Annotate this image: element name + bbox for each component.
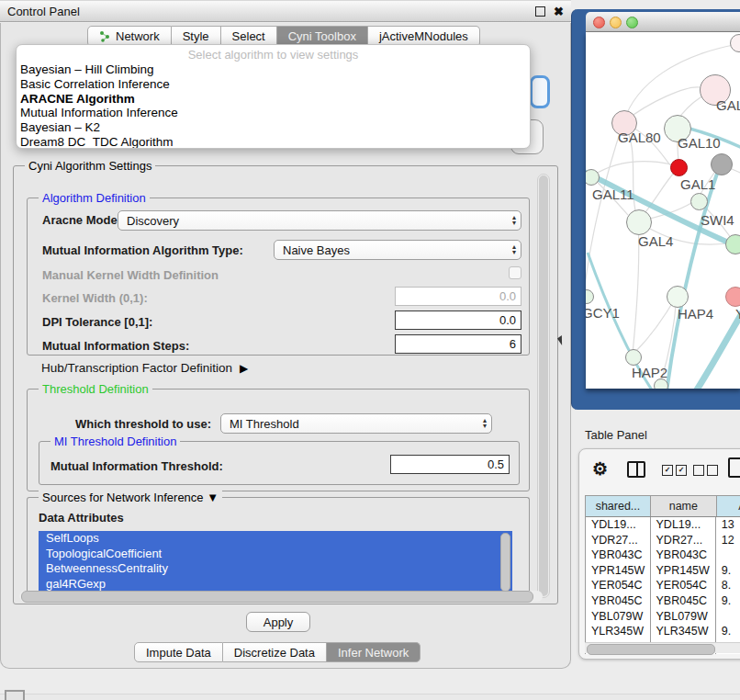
table-panel-window: ⚙ ✓✓ shared... name A YDL19...YDL19...13… (578, 448, 740, 660)
dpi-tolerance-field[interactable]: 0.0 (395, 310, 521, 330)
new-table-icon[interactable] (728, 457, 740, 478)
table-row[interactable]: YLR345WYLR345W9. (586, 624, 740, 639)
kernel-width-label: Kernel Width (0,1): (42, 291, 148, 305)
network-view-window: GAL GAL80 GAL10 GAL11 GAL1 SWI4 GAL4 GCY… (571, 9, 740, 410)
attributes-list-scrollbar[interactable] (500, 533, 510, 592)
network-node-gal4[interactable] (626, 209, 652, 235)
table-header-row: shared... name A (586, 496, 740, 517)
network-node-salmon[interactable] (725, 287, 740, 307)
close-window-icon[interactable] (593, 17, 605, 28)
hub-definition-expander[interactable]: Hub/Transcription Factor Definition▶ (41, 361, 248, 375)
table-row[interactable]: YBL079WYBL079W (586, 609, 740, 625)
table-row[interactable]: YER054CYER054C8. (586, 578, 740, 593)
table-horizontal-scrollbar[interactable] (585, 642, 740, 653)
combo-arrows-icon: ▴▾ (512, 244, 516, 255)
table-row[interactable]: YBR043CYBR043C (586, 548, 740, 563)
bottom-left-partial-button[interactable] (5, 690, 25, 700)
dropdown-item-mutual-information[interactable]: Mutual Information Inference (17, 106, 530, 120)
table-row[interactable]: YDL19...YDL19...13 (586, 517, 740, 533)
network-canvas[interactable]: GAL GAL80 GAL10 GAL11 GAL1 SWI4 GAL4 GCY… (586, 32, 740, 389)
tab-infer-network[interactable]: Infer Network (327, 642, 420, 662)
column-header-shared-name[interactable]: shared... (586, 496, 651, 516)
algorithm-definition-group: Algorithm Definition Aracne Mode: Discov… (27, 198, 530, 356)
scrollbar-thumb[interactable] (587, 644, 715, 655)
network-window-titlebar[interactable] (586, 12, 740, 32)
combo-arrows-icon: ▴▾ (483, 418, 487, 429)
dpi-tolerance-label: DPI Tolerance [0,1]: (42, 315, 152, 329)
threshold-definition-legend: Threshold Definition (39, 382, 152, 396)
apply-button[interactable]: Apply (246, 612, 310, 632)
aracne-mode-combobox[interactable]: Discovery ▴▾ (118, 210, 521, 231)
scrollbar-thumb[interactable] (21, 591, 533, 603)
table-panel-title: Table Panel (585, 428, 647, 442)
select-all-icon[interactable]: ✓✓ (662, 465, 687, 476)
table-row[interactable]: YPR145WYPR145W9. (586, 563, 740, 579)
network-node-partial-bottom[interactable] (654, 378, 668, 389)
mi-threshold-field[interactable]: 0.5 (390, 455, 510, 474)
close-panel-icon[interactable]: ✖ (554, 1, 564, 23)
node-label: GAL80 (618, 130, 661, 145)
table-row[interactable]: YDR27...YDR27...12 (586, 533, 740, 548)
mi-algorithm-type-label: Mutual Information Algorithm Type: (42, 243, 243, 257)
network-node-gray[interactable] (711, 153, 733, 175)
which-threshold-combobox[interactable]: MI Threshold ▴▾ (220, 413, 492, 434)
node-label: GAL4 (638, 233, 673, 249)
columns-icon[interactable] (627, 461, 645, 478)
algorithm-definition-legend: Algorithm Definition (39, 191, 150, 205)
tab-impute-data[interactable]: Impute Data (134, 642, 223, 662)
deselect-all-icon[interactable] (693, 465, 718, 476)
which-threshold-label: Which threshold to use: (75, 417, 211, 431)
node-label: Y (735, 306, 740, 322)
zoom-window-icon[interactable] (626, 17, 638, 28)
data-attributes-list: SelfLoops TopologicalCoefficient Between… (39, 531, 512, 595)
mi-algorithm-type-combobox[interactable]: Naive Bayes ▴▾ (274, 240, 521, 260)
gear-icon[interactable]: ⚙ (592, 458, 608, 480)
hidden-focused-combobox[interactable] (530, 75, 550, 108)
attribute-item-betweennesscentrality[interactable]: BetweennessCentrality (39, 561, 512, 577)
table-row[interactable]: YBR045CYBR045C9. (586, 593, 740, 609)
kernel-width-field[interactable]: 0.0 (395, 287, 521, 306)
network-node-hap2[interactable] (625, 349, 642, 366)
node-label: GAL10 (678, 135, 721, 151)
network-node-hap4[interactable] (667, 286, 689, 308)
column-header-partial[interactable]: A (717, 496, 740, 516)
desktop: { "colors": { "selection_blue": "#3E6BD1… (0, 0, 740, 700)
control-panel-titlebar[interactable]: Control Panel ✖ (0, 0, 571, 22)
mi-threshold-definition-group: MI Threshold Definition Mutual Informati… (39, 441, 520, 485)
control-panel-title: Control Panel (7, 1, 80, 23)
threshold-definition-group: Threshold Definition Which threshold to … (27, 389, 530, 491)
minimize-window-icon[interactable] (610, 17, 622, 28)
bottom-strip (0, 694, 740, 700)
node-label: GAL1 (680, 176, 715, 192)
settings-horizontal-scrollbar[interactable] (19, 591, 543, 602)
node-attribute-table: shared... name A YDL19...YDL19...13 YDR2… (585, 495, 740, 654)
attribute-item-topologicalcoefficient[interactable]: TopologicalCoefficient (39, 547, 512, 562)
collapse-down-icon: ▼ (207, 491, 219, 504)
node-label: HAP4 (678, 306, 713, 322)
network-node-gal1[interactable] (690, 193, 708, 210)
network-icon (99, 30, 111, 42)
dropdown-item-bayesian-k2[interactable]: Bayesian – K2 (17, 120, 530, 135)
sources-legend[interactable]: Sources for Network Inference ▼ (39, 491, 222, 504)
dropdown-item-dream8[interactable]: Dream8 DC_TDC Algorithm (17, 135, 530, 149)
column-header-name[interactable]: name (651, 496, 717, 516)
attribute-item-selfloops[interactable]: SelfLoops (39, 531, 512, 547)
network-node-swi4[interactable] (725, 234, 740, 254)
dropdown-item-bayesian-hill-climbing[interactable]: Bayesian – Hill Climbing (17, 62, 530, 77)
dropdown-item-aracne[interactable]: ARACNE Algorithm (17, 92, 530, 107)
expand-right-icon: ▶ (240, 362, 248, 375)
settings-vertical-scrollbar[interactable] (537, 174, 550, 598)
mi-steps-field[interactable]: 6 (395, 334, 521, 354)
data-attributes-label: Data Attributes (39, 511, 124, 525)
dropdown-item-basic-correlation[interactable]: Basic Correlation Inference (17, 77, 530, 92)
manual-kernel-width-label: Manual Kernel Width Definition (42, 268, 219, 282)
cyni-algorithm-settings-group: Cyni Algorithm Settings Algorithm Defini… (13, 165, 558, 604)
node-label: GAL11 (592, 186, 634, 202)
scrollbar-thumb[interactable] (539, 175, 548, 596)
mi-threshold-definition-legend: MI Threshold Definition (50, 435, 180, 448)
manual-kernel-width-checkbox[interactable] (509, 266, 521, 279)
float-window-icon[interactable] (535, 6, 545, 17)
network-node-red[interactable] (670, 159, 688, 176)
attribute-item-gal4rgexp[interactable]: gal4RGexp (39, 577, 512, 593)
tab-discretize-data[interactable]: Discretize Data (223, 642, 327, 662)
